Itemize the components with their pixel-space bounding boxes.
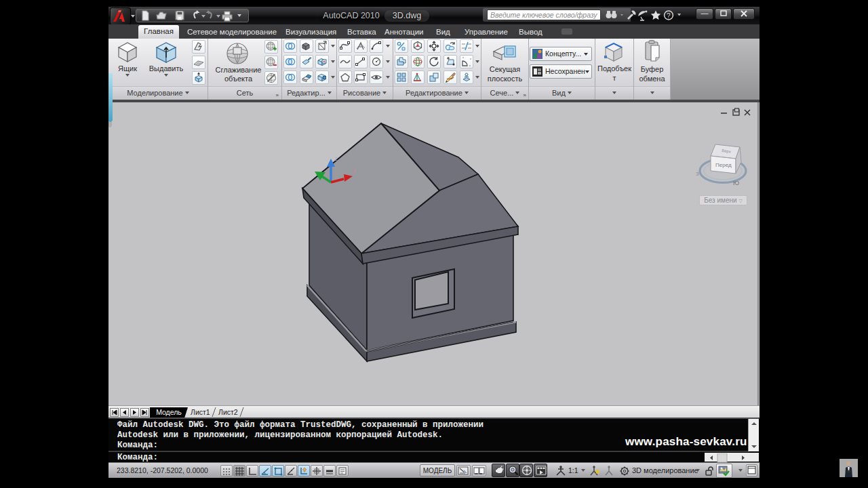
svg-text:?: ? (667, 12, 671, 20)
svg-text:З: З (696, 171, 699, 177)
svg-text:z: z (334, 155, 338, 162)
svg-text:x: x (353, 167, 356, 174)
svg-text:Перед: Перед (715, 162, 732, 168)
svg-text:Ю: Ю (733, 180, 739, 186)
